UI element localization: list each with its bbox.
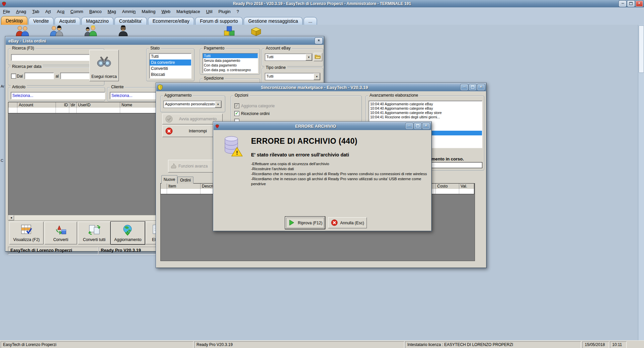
dialog-close-button[interactable]: × [422,123,430,129]
ricerca-input[interactable] [11,54,100,61]
tipo-ordine-label: Tipo ordine [264,65,287,70]
stato-item-da-convertire[interactable]: Da convertire [150,60,191,66]
annulla-button[interactable]: Annulla (Esc) [328,217,367,228]
articolo-group-label: Articolo [11,85,27,90]
log-line: 10:04:41 Ricezione ordini degli ultimi g… [370,115,481,119]
sync-close-button[interactable]: × [477,84,485,90]
account-folder-button[interactable] [314,53,322,61]
stato-item-bloccati[interactable]: Bloccati [150,72,191,78]
tab-magazzino[interactable]: Magazzino [81,17,113,25]
sync-maximize-button[interactable] [469,84,476,90]
status-version: Ready Pro V20.3.19 [194,341,404,348]
workspace-scrollbar[interactable] [638,25,644,340]
stato-listbox[interactable]: Tutti Da convertire Convertiti Bloccati [149,53,191,79]
esegui-ricerca-button[interactable]: Esegui ricerca [89,50,119,81]
orders-col-id[interactable]: ID [56,102,69,108]
status-license: Intestatario licenza : EASYTECH DI LOREN… [405,341,581,348]
menu-file[interactable]: File [0,8,13,16]
menu-util[interactable]: Util [203,8,216,16]
orders-col-dir[interactable]: 'dir [69,102,77,108]
menu-tab[interactable]: Tab [29,8,42,16]
dal-label: Dal [17,74,23,79]
stato-item-convertiti[interactable]: Convertiti [150,66,191,72]
sync-window-title-bar[interactable]: Sincronizzazione marketplace - EasyTech … [156,83,486,91]
tab-contabilita[interactable]: Contabilita' [114,17,147,25]
data-dal-input[interactable] [24,73,54,79]
stato-item-tutti[interactable]: Tutti [150,53,191,60]
client-agent-icon[interactable] [116,25,130,36]
aggiorna-categorie-checkbox[interactable]: ✓ [234,103,239,108]
package-box-icon[interactable] [250,25,262,36]
menu-plugin[interactable]: Plugin [216,8,234,16]
sync-col-item[interactable]: Item [167,184,202,189]
clients-pair-red-blue-icon[interactable] [15,25,30,36]
tab-gestione-messaggistica[interactable]: Gestione messaggistica [244,17,303,25]
error-dialog-title-bar[interactable]: ERRORE ARCHIVIO ─ × [214,122,431,130]
status-owner: EasyTech di Lorenzo Properzi [1,341,193,348]
dialog-maximize-button[interactable] [414,123,421,129]
orders-col-account[interactable]: Account [17,102,57,108]
ebay-window-title-bar[interactable]: eBay - Lista ordini × [6,37,324,45]
chevron-down-icon[interactable]: ▼ [306,54,312,61]
tab-ordini[interactable]: Ordini [177,177,193,184]
tab-desktop[interactable]: Desktop [1,16,27,25]
desktop-label-fragment-ar: Ar [1,84,4,88]
converti-button[interactable]: Converti [45,222,77,244]
ricezione-ordini-checkbox[interactable]: ✓ [234,111,239,116]
riprova-button[interactable]: Riprova (F12) [285,217,325,229]
pagamento-listbox[interactable]: Tutti Senza data pagamento Con data paga… [203,53,258,73]
pagamento-item-con-data[interactable]: Con data pagamento [203,63,258,68]
sync-mode-select[interactable]: Aggiornamento personalizzato ▼ [163,101,222,108]
pagamento-item-contrassegno[interactable]: Con data pag. o contrassegno [203,68,258,72]
orders-col-userid[interactable]: UserID [76,102,122,108]
converti-tutti-button[interactable]: Converti tutti [78,222,110,244]
tab-forum-di-supporto[interactable]: Forum di supporto [195,17,243,25]
app-status-bar: EasyTech di Lorenzo Properzi Ready Pro V… [0,340,644,348]
dialog-minimize-button[interactable]: ─ [406,123,413,129]
tab-ecommerce-ebay[interactable]: Ecommerce/eBay [148,17,194,25]
tab-nuove[interactable]: Nuove [161,175,177,184]
pagamento-item-tutti[interactable]: Tutti [203,53,258,58]
ebay-close-button[interactable]: × [315,38,322,44]
account-ebay-select[interactable]: Tutti ▼ [265,53,312,61]
menu-comm[interactable]: Comm [67,8,86,16]
spedizione-group-label: Spedizione [203,76,225,81]
tipo-ordine-select[interactable]: Tutti ▼ [265,73,320,80]
chevron-down-icon[interactable]: ▼ [215,101,221,108]
sync-col-val[interactable]: Val. [459,184,476,189]
menu-mag[interactable]: Mag [105,8,119,16]
tab-acquisti[interactable]: Acquisti [55,17,80,25]
stop-x-icon [165,127,173,135]
menu-help[interactable]: ? [234,8,242,16]
data-al-input[interactable] [60,73,90,79]
sync-minimize-button[interactable]: ─ [461,84,468,90]
convert-icon [55,224,67,236]
funzioni-avanzate-button[interactable]: Funzioni avanza [168,160,219,172]
chevron-down-icon[interactable]: ▼ [314,73,320,80]
menu-banco[interactable]: Banco [86,8,105,16]
cubes-stack-icon[interactable] [222,25,237,36]
cliente-group: Cliente Seleziona... [107,87,162,101]
menu-ammin[interactable]: Ammin [119,8,139,16]
menu-art[interactable]: Art [42,8,54,16]
pagamento-item-senza-data[interactable]: Senza data pagamento [203,58,258,63]
stato-group: Stato Tutti Da convertire Convertiti Blo… [146,48,194,81]
articolo-selector[interactable]: Seleziona... [11,92,105,99]
cliente-selector[interactable]: Seleziona... [110,92,163,99]
menu-mailing[interactable]: Mailing [139,8,158,16]
scroll-left-button[interactable]: ◄ [8,215,14,220]
menu-web[interactable]: Web [158,8,173,16]
menu-marketplace[interactable]: Marketplace [173,8,203,16]
aggiorna-categorie-label: Aggiorna categorie [241,104,275,108]
clients-pair-blue-gray-icon[interactable] [49,25,64,36]
clients-pair-green-icon[interactable] [83,25,98,36]
menu-acq[interactable]: Acq [54,8,67,16]
sync-col-costo[interactable]: Costo [435,184,461,189]
tab-more[interactable]: ... [304,17,317,25]
aggiornamento-button[interactable]: Aggiornamento [111,222,145,244]
tab-vendite[interactable]: Vendite [28,17,54,25]
menu-anag[interactable]: Anag [13,8,29,16]
visualizza-button[interactable]: Visualizza (F2) [9,222,44,244]
dal-checkbox[interactable] [11,74,16,79]
scrollbar-thumb[interactable] [639,25,644,73]
